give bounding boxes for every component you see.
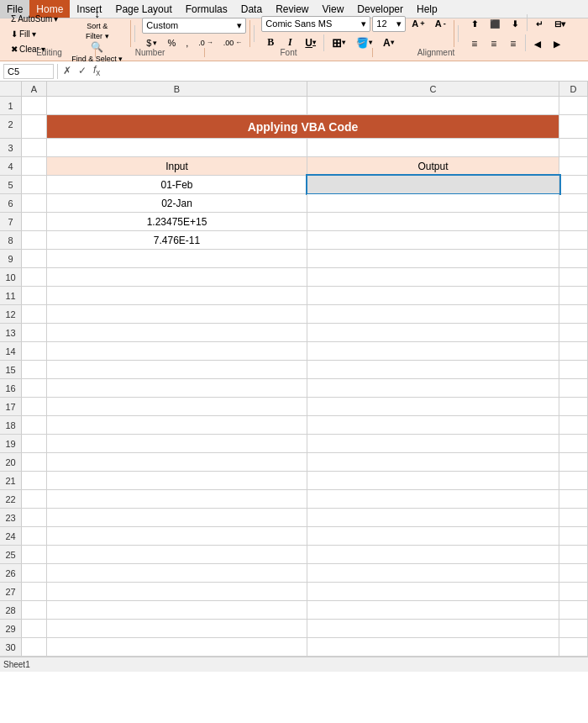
cell-b11[interactable] [47,287,307,304]
formula-input[interactable] [105,64,585,79]
cell-a10[interactable] [22,268,47,286]
number-format-dropdown[interactable]: Custom ▾ [142,18,246,34]
cell-d2[interactable] [559,115,588,138]
cell-d8[interactable] [559,231,588,249]
cell-b25[interactable] [47,546,307,563]
cell-b30[interactable] [47,638,307,656]
cell-a24[interactable] [22,527,47,545]
indent-increase-button[interactable]: ▶ [548,34,566,53]
cell-c22[interactable] [307,490,559,508]
cell-d18[interactable] [559,416,588,434]
cell-d4[interactable] [559,157,588,175]
font-grow-button[interactable]: A+ [407,16,428,31]
cell-b10[interactable] [47,268,307,286]
cell-a30[interactable] [22,638,47,656]
cell-b7[interactable]: 1.23475E+15 [47,213,307,230]
cell-a20[interactable] [22,453,47,471]
cell-b26[interactable] [47,564,307,582]
cell-a1[interactable] [22,97,47,114]
sheet-tab[interactable]: Sheet1 [3,660,30,669]
cell-a18[interactable] [22,416,47,434]
cell-a2[interactable] [22,115,47,138]
cell-d30[interactable] [559,638,588,656]
cell-b12[interactable] [47,305,307,323]
cell-d9[interactable] [559,250,588,267]
cell-d6[interactable] [559,194,588,212]
cell-d7[interactable] [559,213,588,230]
cell-a25[interactable] [22,546,47,563]
cell-c17[interactable] [307,398,559,415]
cell-d16[interactable] [559,379,588,397]
cell-b8[interactable]: 7.476E-11 [47,231,307,249]
cell-c18[interactable] [307,416,559,434]
cell-c16[interactable] [307,379,559,397]
cell-c14[interactable] [307,342,559,360]
cell-d5[interactable] [559,176,588,193]
cell-a4[interactable] [22,157,47,175]
cell-b5[interactable]: 01-Feb [47,176,307,193]
cell-c13[interactable] [307,324,559,341]
cell-a28[interactable] [22,601,47,619]
cell-b28[interactable] [47,601,307,619]
cell-d10[interactable] [559,268,588,286]
cell-b6[interactable]: 02-Jan [47,194,307,212]
sort-filter-button[interactable]: ↕ Sort & Filter ▾ [67,4,127,38]
cell-b17[interactable] [47,398,307,415]
cell-c5[interactable] [307,176,559,193]
cell-c21[interactable] [307,472,559,489]
cell-b1[interactable] [47,97,307,114]
cell-a11[interactable] [22,287,47,304]
cell-b14[interactable] [47,342,307,360]
cell-a12[interactable] [22,305,47,323]
cell-a29[interactable] [22,620,47,637]
cell-a7[interactable] [22,213,47,230]
cell-c24[interactable] [307,527,559,545]
cell-d11[interactable] [559,287,588,304]
font-shrink-button[interactable]: A- [431,16,450,31]
cell-d3[interactable] [559,139,588,156]
cell-c30[interactable] [307,638,559,656]
cell-d24[interactable] [559,527,588,545]
cell-b15[interactable] [47,361,307,378]
cell-c8[interactable] [307,231,559,249]
cell-c23[interactable] [307,509,559,526]
cell-a23[interactable] [22,509,47,526]
cell-d26[interactable] [559,564,588,582]
cell-c12[interactable] [307,305,559,323]
cell-c19[interactable] [307,435,559,452]
cell-c29[interactable] [307,620,559,637]
cell-d15[interactable] [559,361,588,378]
cell-a27[interactable] [22,583,47,600]
cell-c6[interactable] [307,194,559,212]
align-right-button[interactable]: ≡ [504,34,522,53]
insert-function-button[interactable]: fx [92,64,102,77]
cell-c28[interactable] [307,601,559,619]
cell-c4-header[interactable]: Output [307,157,559,175]
cell-b23[interactable] [47,509,307,526]
cell-d23[interactable] [559,509,588,526]
cell-a13[interactable] [22,324,47,341]
cell-a22[interactable] [22,490,47,508]
cell-b21[interactable] [47,472,307,489]
cell-d14[interactable] [559,342,588,360]
cell-a6[interactable] [22,194,47,212]
cell-a17[interactable] [22,398,47,415]
cell-d29[interactable] [559,620,588,637]
cell-c20[interactable] [307,453,559,471]
cell-b9[interactable] [47,250,307,267]
cell-a9[interactable] [22,250,47,267]
cell-d17[interactable] [559,398,588,415]
cell-d25[interactable] [559,546,588,563]
cell-a8[interactable] [22,231,47,249]
cell-b27[interactable] [47,583,307,600]
wrap-text-button[interactable]: ↵ [530,14,549,33]
merge-center-button[interactable]: ⊟▾ [549,14,570,33]
align-bottom-button[interactable]: ⬇ [506,14,524,33]
cell-b13[interactable] [47,324,307,341]
cell-a26[interactable] [22,564,47,582]
cell-b4-header[interactable]: Input [47,157,307,175]
font-name-dropdown[interactable]: Comic Sans MS ▾ [261,16,370,32]
cell-a16[interactable] [22,379,47,397]
cell-c27[interactable] [307,583,559,600]
cell-d12[interactable] [559,305,588,323]
